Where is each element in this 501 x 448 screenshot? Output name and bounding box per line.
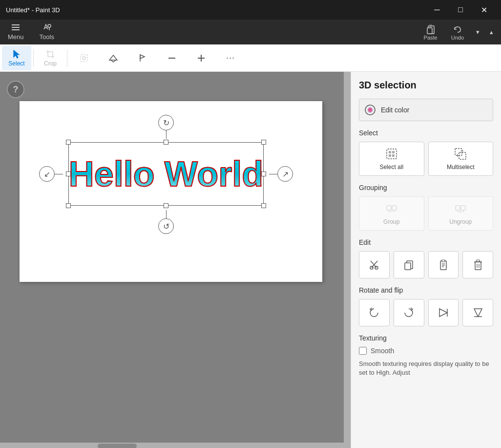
copy-button[interactable] <box>394 251 424 278</box>
grouping-section-label: Grouping <box>359 184 493 192</box>
selection-box: ↻ ↺ ↙ ↗ <box>68 142 264 206</box>
minus-button[interactable] <box>157 46 187 70</box>
rotate-ccw-button[interactable] <box>359 299 390 326</box>
maximize-button[interactable]: □ <box>449 0 472 20</box>
undo-label: Undo <box>451 35 464 41</box>
close-button[interactable]: ✕ <box>473 0 495 20</box>
rotate-cw-button[interactable] <box>394 299 424 326</box>
ungroup-button[interactable]: Ungroup <box>428 196 494 231</box>
handle-top-right[interactable] <box>261 140 266 145</box>
toolbar-sep-1 <box>33 49 34 67</box>
svg-line-32 <box>374 261 377 265</box>
handle-top-center[interactable] <box>164 140 168 145</box>
svg-rect-17 <box>389 151 391 153</box>
svg-rect-36 <box>442 260 445 262</box>
ribbon-collapse-button[interactable]: ▴ <box>485 22 497 42</box>
tools-button[interactable]: Tools <box>32 20 62 44</box>
smooth-note: Smooth texturing requires display qualit… <box>359 360 493 377</box>
plus-button[interactable] <box>187 46 216 70</box>
svg-marker-47 <box>474 309 482 317</box>
crop-label: Crop <box>44 60 57 67</box>
smooth-checkbox[interactable] <box>359 347 367 355</box>
crop-tool-button[interactable]: Crop <box>36 46 65 70</box>
edit-section-label: Edit <box>359 238 493 246</box>
svg-rect-21 <box>455 149 462 155</box>
app-title: Untitled* - Paint 3D <box>6 6 60 14</box>
right-panel: 3D selection Edit color Select Sel <box>351 72 501 448</box>
svg-rect-1 <box>12 27 20 28</box>
selection-border <box>68 142 264 206</box>
handle-bottom-center[interactable] <box>164 203 168 208</box>
help-button[interactable]: ? <box>7 81 24 98</box>
svg-rect-2 <box>12 29 20 30</box>
group-button[interactable]: Group <box>359 196 424 231</box>
svg-rect-34 <box>405 263 411 270</box>
group-label: Group <box>383 218 399 225</box>
panel-title: 3D selection <box>359 80 493 91</box>
flag-button[interactable] <box>128 46 157 70</box>
ribbon: Menu Tools Paste Undo ▾ <box>0 20 501 44</box>
select-section-label: Select <box>359 129 493 137</box>
toolbar: Select Crop <box>0 44 501 72</box>
svg-rect-22 <box>459 152 466 159</box>
flip-vertical-button[interactable] <box>428 299 459 326</box>
flip-horizontal-button[interactable] <box>462 299 493 326</box>
vertical-scrollbar[interactable] <box>344 72 351 443</box>
handle-bottom-left[interactable] <box>66 203 71 208</box>
minimize-button[interactable]: ─ <box>426 0 448 20</box>
smooth-checkbox-row: Smooth <box>359 347 493 355</box>
menu-button[interactable]: Menu <box>0 20 32 44</box>
svg-rect-8 <box>81 55 87 62</box>
svg-point-9 <box>83 57 85 60</box>
handle-mid-right[interactable] <box>261 171 266 176</box>
undo-button[interactable]: Undo <box>445 22 470 43</box>
paste-button[interactable]: Paste <box>418 22 443 43</box>
edit-color-button[interactable]: Edit color <box>359 99 493 121</box>
3d-select-button[interactable] <box>99 46 128 70</box>
main: ? Hello World ↻ ↺ ↙ ↗ <box>0 72 501 448</box>
rotation-handle-top[interactable]: ↻ <box>158 115 174 130</box>
canvas-area: ? Hello World ↻ ↺ ↙ ↗ <box>0 72 351 448</box>
grouping-grid: Group Ungroup <box>359 196 493 231</box>
more-button[interactable]: ··· <box>216 46 245 70</box>
svg-point-15 <box>368 108 372 112</box>
paste-label: Paste <box>424 35 438 41</box>
delete-button[interactable] <box>462 251 493 278</box>
rotation-handle-right[interactable]: ↗ <box>277 166 293 182</box>
select-tool-button[interactable]: Select <box>2 46 31 70</box>
ribbon-expand-button[interactable]: ▾ <box>472 22 483 42</box>
more-label: ··· <box>226 53 235 63</box>
horizontal-scrollbar-thumb[interactable] <box>98 444 137 448</box>
svg-rect-25 <box>456 206 460 210</box>
paste-panel-button[interactable] <box>428 251 459 278</box>
titlebar-left: Untitled* - Paint 3D <box>6 6 60 14</box>
svg-rect-26 <box>461 206 465 210</box>
svg-rect-42 <box>477 260 480 262</box>
handle-top-left[interactable] <box>66 140 71 145</box>
multiselect-label: Multiselect <box>447 164 475 171</box>
select-all-button[interactable]: Select all <box>359 142 424 176</box>
svg-rect-18 <box>392 151 395 153</box>
rotation-handle-left[interactable]: ↙ <box>39 166 55 182</box>
titlebar: Untitled* - Paint 3D ─ □ ✕ <box>0 0 501 20</box>
horizontal-scrollbar[interactable] <box>0 443 351 448</box>
edit-actions-row <box>359 251 493 278</box>
tools-label: Tools <box>40 33 54 41</box>
multiselect-button[interactable]: Multiselect <box>428 142 494 176</box>
svg-rect-6 <box>429 25 432 27</box>
svg-rect-24 <box>392 206 397 210</box>
canvas-container: Hello World ↻ ↺ ↙ ↗ <box>20 101 322 282</box>
ungroup-label: Ungroup <box>449 218 472 225</box>
rotation-handle-bottom[interactable]: ↺ <box>158 218 174 234</box>
handle-bottom-right[interactable] <box>261 203 266 208</box>
select-all-label: Select all <box>379 164 403 171</box>
cut-button[interactable] <box>359 251 390 278</box>
handle-mid-left[interactable] <box>66 171 71 176</box>
toolbar-sep-2 <box>67 49 67 67</box>
ribbon-left: Menu Tools <box>0 20 62 44</box>
svg-point-3 <box>48 24 51 27</box>
svg-rect-40 <box>475 262 481 270</box>
menu-label: Menu <box>8 33 24 41</box>
magic-select-button[interactable] <box>69 46 99 70</box>
smooth-label: Smooth <box>371 347 394 355</box>
